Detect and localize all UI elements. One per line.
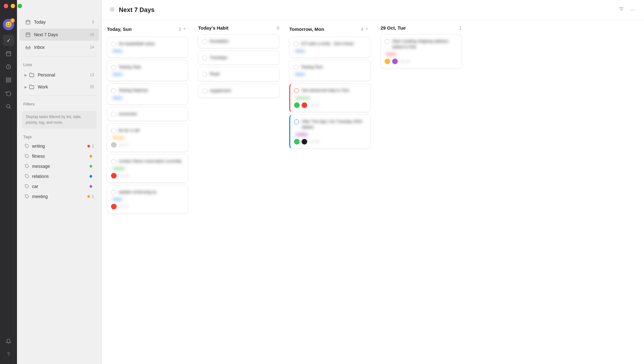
nav-bell[interactable] [3,336,14,347]
col-tomorrow-header: Tomorrow, Mon 4 + [289,25,370,33]
task-checkbox[interactable] [294,119,299,124]
list-item-personal[interactable]: ▶ Personal 13 [19,69,99,81]
task-title: Testing Task [119,64,184,70]
list-item-work[interactable]: ▶ Work 20 [19,81,99,93]
task-checkbox[interactable] [293,42,298,47]
sort-icon[interactable] [617,5,625,15]
sidebar-item-next7days[interactable]: Next 7 Days 16 [19,29,99,41]
traffic-lights [4,4,22,8]
nav-check[interactable]: ✓ [3,35,14,46]
task-card[interactable]: GTI with a smile - Get it fixed Work [289,37,370,58]
col-today-add-btn[interactable]: + [181,25,188,33]
nav-refresh[interactable] [3,88,14,99]
task-card[interactable]: Read [198,67,279,81]
task-assignee-avatar-2 [392,59,398,64]
task-card[interactable]: supplement [198,84,279,98]
task-title: update continuing try [119,189,184,195]
task-tag: success [294,95,312,100]
task-card[interactable]: be be a call fitness Oct 27 [107,123,188,152]
nav-apps[interactable] [3,74,14,86]
task-tag: fitness [111,135,126,140]
task-checkbox[interactable] [202,88,207,94]
tag-writing-label: writing [32,144,87,149]
page-title: Next 7 Days [119,6,617,14]
task-checkbox[interactable] [111,159,116,164]
tag-item-meeting[interactable]: meeting 1 [19,192,99,201]
sidebar-item-inbox[interactable]: Inbox 14 [19,41,99,53]
task-title: GTI with a smile - Get it fixed [301,41,366,47]
task-card[interactable]: Testing Task Work [107,60,188,81]
menu-icon[interactable] [109,7,115,14]
tag-item-writing[interactable]: writing 1 [19,141,99,151]
task-card[interactable]: Go basketball camp Work [107,37,188,58]
task-checkbox[interactable] [202,39,207,44]
task-card[interactable]: contact Steve reservation currently writ… [107,154,188,183]
col-today-header: Today, Sun 3 + [107,25,188,33]
personal-folder-icon [28,71,35,78]
tag-item-fitness[interactable]: fitness [19,151,99,161]
task-checkbox[interactable] [293,65,298,70]
notification-badge: 1 [10,18,15,23]
nav-clock[interactable] [3,61,14,72]
task-checkbox[interactable] [202,72,207,77]
task-checkbox[interactable] [294,88,299,93]
col-habit-header: Today's Habit 0 [198,25,279,31]
kanban-board: Today, Sun 3 + Go basketball camp Work T… [102,20,644,364]
task-date: Oct 29 [400,60,410,63]
task-checkbox[interactable] [111,42,116,47]
nav-search[interactable] [3,101,14,112]
task-date: Oct 28 [119,174,129,178]
personal-arrow-icon: ▶ [25,73,27,77]
col-oct29-count: 1 [459,26,462,31]
filters-placeholder-box[interactable]: Display tasks filtered by list, date, pr… [22,111,97,128]
tag-message-label: message [32,164,90,169]
minimize-button[interactable] [11,4,15,8]
work-count: 20 [90,85,94,89]
task-checkbox[interactable] [111,112,116,117]
task-tag: Work [385,52,397,57]
more-options-icon[interactable]: ··· [629,5,636,14]
nav-calendar[interactable] [3,48,14,59]
task-card[interactable]: update continuing try Work Oct 27 [107,185,188,213]
task-card[interactable]: Testing National Work [107,83,188,104]
task-card[interactable]: Testing Test Work [289,60,370,81]
maximize-button[interactable] [18,4,22,8]
task-card[interactable]: After The App I Go Tuesday 2020 tablets … [289,115,370,149]
kanban-col-habit: Today's Habit 0 foundation Tuesdays Rea [193,25,284,359]
today-count: 3 [92,20,94,24]
task-title: contact Steve reservation currently [119,158,184,164]
task-card[interactable]: Start creating shipping address added to… [380,34,462,68]
close-button[interactable] [4,4,8,8]
task-checkbox[interactable] [111,88,116,93]
main-header: Next 7 Days ··· [102,0,644,20]
task-card[interactable]: Tuesdays [198,51,279,65]
task-card[interactable]: foundation [198,34,279,48]
nav-help[interactable]: ? [3,349,14,360]
task-checkbox[interactable] [385,39,390,44]
task-title: After The App I Go Tuesday 2020 tablets [302,119,366,130]
task-card[interactable]: Get advanced help to Text success Oct 29 [289,83,370,112]
task-meta: Oct 29 [294,102,366,108]
tag-message-dot [90,165,92,168]
tag-item-car[interactable]: car [19,182,99,191]
task-title: Read [210,71,275,77]
col-today-title: Today, Sun [107,26,177,32]
sidebar-item-today[interactable]: Today 3 [19,16,99,28]
svg-point-9 [7,105,10,108]
tag-item-relations[interactable]: relations [19,172,99,181]
svg-rect-6 [9,78,11,79]
col-tomorrow-count: 4 [361,27,364,32]
task-checkbox[interactable] [111,65,116,70]
task-checkbox[interactable] [111,190,116,195]
col-tomorrow-add-btn[interactable]: + [363,25,370,33]
svg-rect-5 [6,78,8,79]
task-card[interactable]: remember [107,107,188,121]
task-checkbox[interactable] [111,128,116,133]
task-title: Get advanced help to Text [302,88,366,93]
svg-rect-8 [9,81,11,82]
tag-writing-count: 1 [92,144,94,148]
task-checkbox[interactable] [202,55,207,60]
tag-item-message[interactable]: message [19,162,99,171]
tag-relations-dot [90,175,92,178]
header-actions: ··· [617,5,636,15]
